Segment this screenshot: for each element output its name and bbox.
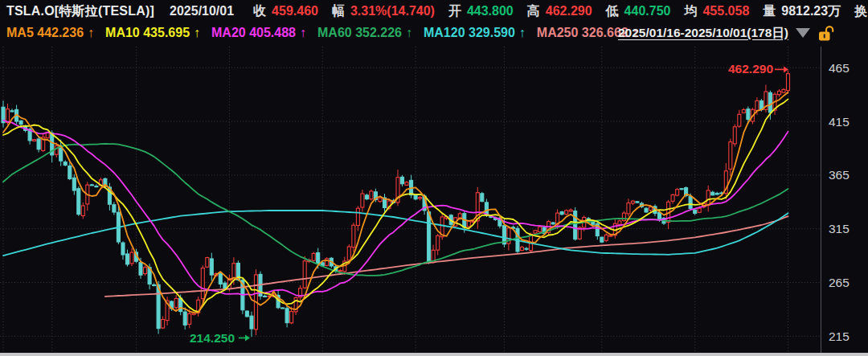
stat-low: 低440.750	[606, 3, 671, 20]
stat-change: 幅3.31%(14.740)	[332, 3, 435, 20]
quote-stats: 收459.460幅3.31%(14.740)开443.800高462.290低4…	[253, 3, 868, 20]
unlocked-padlock-icon[interactable]	[818, 25, 834, 42]
svg-text:465: 465	[829, 61, 850, 75]
ma-legend-ma5: MA5 442.236↑	[6, 26, 94, 40]
chevron-down-icon[interactable]	[796, 28, 810, 38]
ma-legend-ma120: MA120 329.590↑	[424, 26, 526, 40]
range-selector-group: 2025/01/16-2025/10/01(178日)	[618, 23, 834, 43]
svg-text:315: 315	[829, 222, 850, 235]
min-price-label: 214.250	[190, 331, 235, 345]
pane-splitter[interactable]	[0, 353, 868, 356]
svg-text:365: 365	[829, 168, 850, 182]
quote-date: 2025/10/01	[170, 4, 234, 18]
quote-header: TSLA.O[特斯拉(TESLA)] 2025/10/01 收459.460幅3…	[6, 2, 868, 20]
stat-avg: 均455.058	[684, 3, 749, 20]
date-range-selector[interactable]: 2025/01/16-2025/10/01(178日)	[618, 25, 788, 42]
stock-chart-window: 465415365315265215462.290214.250 TSLA.O[…	[0, 0, 868, 356]
stat-turnover: 换2.95%	[854, 3, 868, 20]
y-axis: 465415365315265215	[821, 47, 850, 356]
ma-legend-ma10: MA10 435.695↑	[105, 26, 200, 40]
svg-text:215: 215	[829, 329, 850, 343]
stat-open: 开443.800	[448, 3, 514, 20]
svg-text:265: 265	[829, 276, 850, 289]
ma-legend-ma20: MA20 405.488↑	[211, 26, 306, 40]
stat-high: 高462.290	[527, 3, 592, 20]
ma-legend: MA5 442.236↑MA10 435.695↑MA20 405.488↑MA…	[6, 24, 650, 42]
candles	[2, 71, 790, 337]
ma-legend-ma60: MA60 352.226↑	[317, 26, 412, 40]
candlestick-chart[interactable]: 465415365315265215462.290214.250	[0, 0, 868, 356]
svg-text:415: 415	[829, 115, 850, 129]
stat-close: 收459.460	[253, 3, 318, 20]
symbol-title: TSLA.O[特斯拉(TESLA)]	[6, 3, 154, 20]
stat-volume: 量9812.23万	[763, 3, 841, 20]
max-price-label: 462.290	[728, 62, 773, 76]
gridlines	[0, 47, 821, 352]
